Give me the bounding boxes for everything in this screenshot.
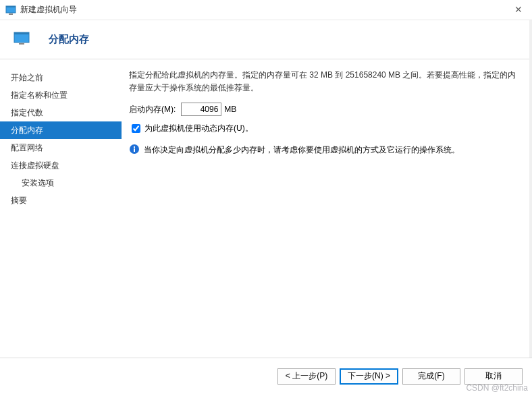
finish-button[interactable]: 完成(F) xyxy=(402,368,460,385)
next-button[interactable]: 下一步(N) > xyxy=(340,368,398,385)
sidebar-step-5[interactable]: 连接虚拟硬盘 xyxy=(0,157,122,174)
page-title: 分配内存 xyxy=(49,33,89,46)
sidebar-step-4[interactable]: 配置网络 xyxy=(0,139,122,157)
previous-button[interactable]: < 上一步(P) xyxy=(277,368,336,385)
content-area: 开始之前指定名称和位置指定代数分配内存配置网络连接虚拟硬盘安装选项摘要 指定分配… xyxy=(0,59,532,356)
close-icon[interactable]: ✕ xyxy=(513,4,524,15)
info-row: 当你决定向虚拟机分配多少内存时，请考虑你要使用虚拟机的方式及它运行的操作系统。 xyxy=(129,144,518,156)
svg-rect-7 xyxy=(134,148,135,152)
sidebar-step-0[interactable]: 开始之前 xyxy=(0,69,122,86)
window-title: 新建虚拟机向导 xyxy=(20,4,77,16)
wizard-steps-sidebar: 开始之前指定名称和位置指定代数分配内存配置网络连接虚拟硬盘安装选项摘要 xyxy=(0,59,122,356)
startup-memory-row: 启动内存(M): MB xyxy=(129,103,518,116)
wizard-header: 分配内存 xyxy=(0,20,532,59)
startup-memory-label: 启动内存(M): xyxy=(129,104,176,115)
dynamic-memory-label[interactable]: 为此虚拟机使用动态内存(U)。 xyxy=(144,123,253,134)
main-panel: 指定分配给此虚拟机的内存量。指定的内存量可在 32 MB 到 251658240… xyxy=(122,59,532,356)
wizard-icon xyxy=(14,32,30,48)
svg-rect-4 xyxy=(14,32,29,34)
memory-unit-label: MB xyxy=(224,105,236,114)
wizard-footer: < 上一步(P) 下一步(N) > 完成(F) 取消 xyxy=(0,358,532,394)
titlebar: 新建虚拟机向导 ✕ xyxy=(0,0,532,20)
sidebar-step-2[interactable]: 指定代数 xyxy=(0,104,122,121)
sidebar-step-7[interactable]: 摘要 xyxy=(0,192,122,209)
svg-rect-1 xyxy=(6,6,16,7)
svg-rect-5 xyxy=(19,43,24,45)
dynamic-memory-row[interactable]: 为此虚拟机使用动态内存(U)。 xyxy=(129,123,518,134)
sidebar-step-1[interactable]: 指定名称和位置 xyxy=(0,86,122,104)
svg-rect-2 xyxy=(9,13,13,15)
scrollbar[interactable] xyxy=(529,20,532,358)
startup-memory-input[interactable] xyxy=(181,103,221,116)
sidebar-step-6[interactable]: 安装选项 xyxy=(0,174,122,192)
cancel-button[interactable]: 取消 xyxy=(464,368,523,385)
info-icon xyxy=(129,144,140,154)
svg-rect-8 xyxy=(134,146,135,148)
sidebar-step-3[interactable]: 分配内存 xyxy=(0,121,122,139)
info-text: 当你决定向虚拟机分配多少内存时，请考虑你要使用虚拟机的方式及它运行的操作系统。 xyxy=(144,144,460,156)
description-text: 指定分配给此虚拟机的内存量。指定的内存量可在 32 MB 到 251658240… xyxy=(129,69,518,94)
dynamic-memory-checkbox[interactable] xyxy=(132,124,140,133)
app-icon xyxy=(5,5,16,16)
